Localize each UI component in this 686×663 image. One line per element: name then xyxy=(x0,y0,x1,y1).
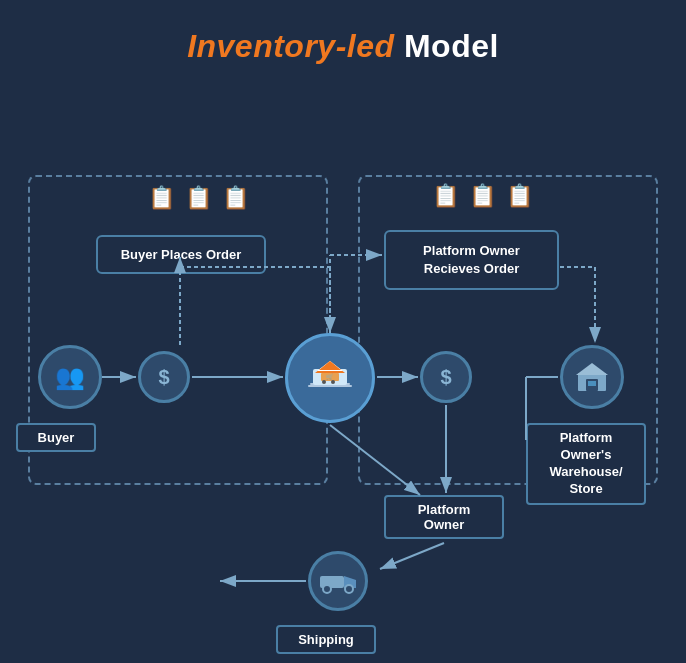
svg-point-7 xyxy=(322,380,326,384)
buyer-order-box: Buyer Places Order xyxy=(96,235,266,274)
title-normal: Model xyxy=(395,28,499,64)
platform-order-box: Platform Owner Recieves Order xyxy=(384,230,559,290)
svg-rect-1 xyxy=(308,385,352,387)
shop-icon: 🛒 xyxy=(303,353,357,403)
buyer-circle: 👥 xyxy=(38,345,102,409)
warehouse-circle xyxy=(560,345,624,409)
money-right-circle: $ xyxy=(420,351,472,403)
dollar-right-icon: $ xyxy=(440,366,451,389)
svg-marker-5 xyxy=(319,361,341,370)
shipping-circle xyxy=(308,551,368,611)
svg-point-16 xyxy=(323,585,331,593)
warehouse-icon xyxy=(574,359,610,395)
page-title: Inventory-led Model xyxy=(0,0,686,65)
truck-icon xyxy=(320,568,356,594)
diagram-area: 📋 📋 📋 📋 📋 📋 Buyer Places Order Platform … xyxy=(0,75,686,655)
svg-point-8 xyxy=(331,380,335,384)
platform-owner-label: PlatformOwner xyxy=(384,495,504,539)
dollar-left-icon: $ xyxy=(158,366,169,389)
checklist-right-icon: 📋 📋 📋 xyxy=(432,183,535,209)
svg-line-25 xyxy=(330,425,420,495)
svg-rect-13 xyxy=(588,381,596,386)
people-icon: 👥 xyxy=(55,363,85,391)
shipping-label: Shipping xyxy=(276,625,376,654)
checklist-left-icon: 📋 📋 📋 xyxy=(148,185,251,211)
warehouse-label: PlatformOwner'sWarehouse/Store xyxy=(526,423,646,505)
title-highlight: Inventory-led xyxy=(187,28,394,64)
svg-marker-11 xyxy=(576,363,608,375)
svg-line-26 xyxy=(380,543,444,569)
money-left-circle: $ xyxy=(138,351,190,403)
shop-circle: 🛒 xyxy=(285,333,375,423)
svg-text:🛒: 🛒 xyxy=(326,373,334,381)
svg-point-17 xyxy=(345,585,353,593)
buyer-label: Buyer xyxy=(16,423,96,452)
